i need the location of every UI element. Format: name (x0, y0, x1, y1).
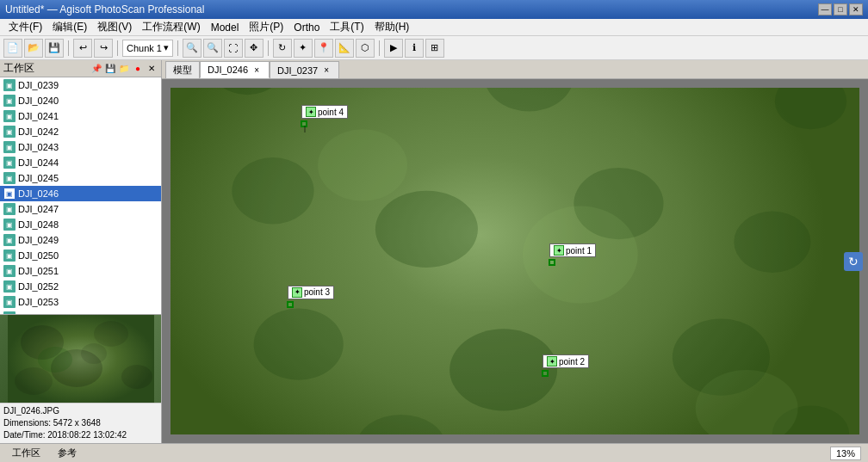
file-name: DJI_0246 (18, 188, 59, 199)
list-item[interactable]: ▣ DJI_0252 (0, 279, 161, 294)
file-name: DJI_0241 (18, 111, 59, 121)
menu-tools[interactable]: 工具(T) (325, 18, 369, 36)
menu-photo[interactable]: 照片(P) (244, 18, 288, 36)
open-button[interactable]: 📂 (24, 39, 43, 58)
tab-dji0237-label: DJI_0237 (277, 65, 318, 76)
polygon-button[interactable]: ⬡ (356, 39, 375, 58)
gcp-point-4[interactable]: ✦ point 4 (301, 105, 348, 127)
file-name: DJI_0250 (18, 250, 59, 261)
file-name: DJI_0244 (18, 157, 59, 168)
main-view[interactable]: ✦ point 4 ✦ point 1 (162, 79, 868, 443)
gcp-text-2: point 2 (559, 357, 585, 367)
gcp-text-3: point 3 (304, 287, 330, 297)
list-item[interactable]: ▣ DJI_0253 (0, 294, 161, 310)
gcp-point-3[interactable]: ✦ point 3 (288, 286, 334, 308)
status-tab-reference[interactable]: 参考 (53, 445, 82, 461)
file-name: DJI_0247 (18, 204, 59, 214)
pin-icon[interactable]: 📌 (90, 63, 102, 75)
gcp-label-4: ✦ point 4 (301, 105, 348, 119)
menu-help[interactable]: 帮助(H) (369, 18, 415, 36)
file-list[interactable]: ▣ DJI_0239 ▣ DJI_0240 ▣ DJI_0241 ▣ DJI_0… (0, 77, 161, 314)
file-icon: ▣ (3, 172, 16, 184)
file-name: DJI_0243 (18, 142, 59, 152)
tab-dji0246[interactable]: DJI_0246 × (200, 61, 270, 78)
maximize-button[interactable]: □ (834, 3, 847, 15)
gcp-label-2: ✦ point 2 (542, 354, 589, 368)
ws-folder-icon[interactable]: 📁 (118, 63, 130, 75)
svg-point-4 (121, 365, 152, 389)
menu-file[interactable]: 文件(F) (3, 18, 47, 36)
gcp-icon-1: ✦ (554, 245, 564, 256)
file-name: DJI_0239 (18, 80, 59, 90)
file-icon: ▣ (3, 188, 16, 200)
list-item[interactable]: ▣ DJI_0244 (0, 155, 161, 170)
info-button[interactable]: ℹ (405, 39, 424, 58)
svg-point-17 (734, 212, 810, 273)
list-item[interactable]: ▣ DJI_0241 (0, 108, 161, 124)
undo-button[interactable]: ↩ (73, 39, 92, 58)
tab-model[interactable]: 模型 (165, 61, 200, 78)
app-title: Untitled* — Agisoft PhotoScan Profession… (5, 3, 204, 15)
list-item[interactable]: ▣ DJI_0239 (0, 77, 161, 93)
tab-dji0237[interactable]: DJI_0237 × (270, 61, 339, 78)
close-button[interactable]: ✕ (849, 3, 863, 15)
zoom-out-button[interactable]: 🔍 (203, 39, 222, 58)
ws-close-icon[interactable]: ✕ (146, 63, 158, 75)
list-item[interactable]: ▣ DJI_0243 (0, 139, 161, 155)
left-panel: 工作区 📌 💾 📁 ● ✕ ▣ DJI_0239 ▣ DJI_0240 (0, 60, 162, 443)
separator-4 (268, 40, 269, 56)
list-item[interactable]: ▣ DJI_0250 (0, 248, 161, 263)
ws-save-icon[interactable]: 💾 (104, 63, 116, 75)
dropdown-arrow: ▾ (164, 42, 169, 53)
file-icon: ▣ (3, 296, 16, 308)
list-item[interactable]: ▣ DJI_0245 (0, 170, 161, 186)
gcp-label-3: ✦ point 3 (288, 286, 334, 299)
menu-ortho[interactable]: Ortho (288, 20, 325, 35)
zoom-in-button[interactable]: 🔍 (183, 39, 202, 58)
list-item[interactable]: ▣ DJI_0251 (0, 263, 161, 279)
gcp-point-2[interactable]: ✦ point 2 (542, 354, 589, 377)
list-item[interactable]: ▣ DJI_0248 (0, 217, 161, 232)
minimize-button[interactable]: — (818, 3, 832, 15)
ruler-button[interactable]: 📐 (335, 39, 354, 58)
list-item[interactable]: ▣ DJI_0240 (0, 93, 161, 108)
redo-button[interactable]: ↪ (94, 39, 113, 58)
file-icon: ▣ (3, 203, 16, 215)
gcp-point-1[interactable]: ✦ point 1 (549, 243, 596, 266)
list-item-selected[interactable]: ▣ DJI_0246 (0, 186, 161, 201)
list-item[interactable]: ▣ DJI_0247 (0, 201, 161, 217)
point-button[interactable]: ✦ (294, 39, 313, 58)
file-icon: ▣ (3, 79, 16, 91)
preview-info: DJI_0246.JPG Dimensions: 5472 x 3648 Dat… (0, 403, 161, 443)
rotate-button[interactable]: ↻ (273, 39, 292, 58)
save-button[interactable]: 💾 (45, 39, 64, 58)
menu-workflow[interactable]: 工作流程(W) (137, 18, 205, 36)
svg-point-2 (94, 321, 128, 347)
new-button[interactable]: 📄 (3, 39, 22, 58)
file-icon: ▣ (3, 234, 16, 246)
chunk-dropdown[interactable]: Chunk 1 ▾ (122, 40, 173, 57)
ws-red-icon[interactable]: ● (132, 63, 144, 75)
marker-button[interactable]: 📍 (314, 39, 333, 58)
menu-view[interactable]: 视图(V) (92, 18, 137, 36)
gcp-icon-2: ✦ (547, 356, 557, 367)
tab-dji0246-close[interactable]: × (251, 65, 262, 75)
pan-button[interactable]: ✥ (245, 39, 264, 58)
menu-model[interactable]: Model (206, 20, 245, 35)
main-layout: 工作区 📌 💾 📁 ● ✕ ▣ DJI_0239 ▣ DJI_0240 (0, 60, 868, 443)
status-tab-workspace[interactable]: 工作区 (7, 445, 46, 461)
zoom-fit-button[interactable]: ⛶ (224, 39, 243, 58)
content-area: 模型 DJI_0246 × DJI_0237 × (162, 60, 868, 443)
preview-dimensions: Dimensions: 5472 x 3648 (3, 417, 158, 429)
grid-button[interactable]: ⊞ (425, 39, 444, 58)
play-button[interactable]: ▶ (384, 39, 403, 58)
list-item[interactable]: ▣ DJI_0249 (0, 232, 161, 248)
gcp-text-1: point 1 (566, 246, 592, 256)
menu-edit[interactable]: 编辑(E) (47, 18, 92, 36)
gcp-icon-3: ✦ (292, 287, 302, 298)
file-name: DJI_0251 (18, 266, 59, 276)
list-item[interactable]: ▣ DJI_0242 (0, 124, 161, 139)
tab-dji0237-close[interactable]: × (321, 65, 332, 76)
refresh-button[interactable]: ↻ (844, 252, 863, 271)
separator-2 (117, 40, 118, 56)
